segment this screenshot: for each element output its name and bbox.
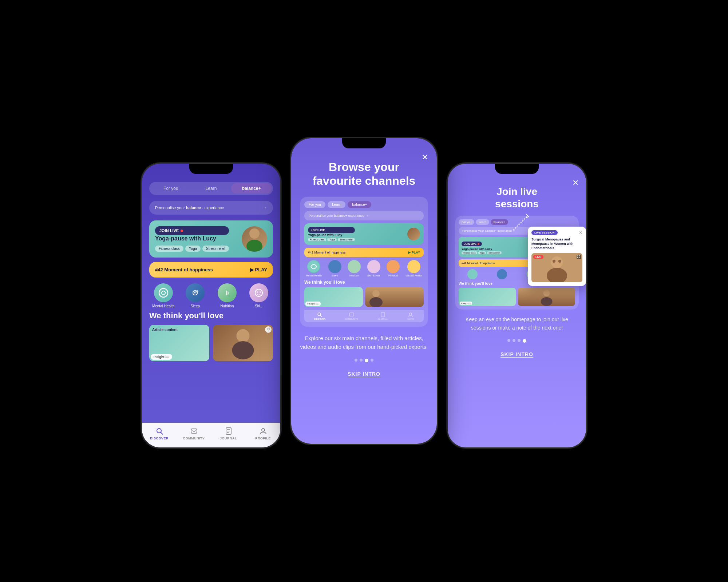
svg-point-26 xyxy=(410,313,412,315)
close-button-center[interactable]: ✕ xyxy=(422,153,428,162)
mini-community-label: COMMUNITY xyxy=(345,318,358,320)
right-content-cards: Insight 📖 xyxy=(459,288,575,306)
close-button-right[interactable]: ✕ xyxy=(572,178,579,188)
phone-right: ✕ Join live sessions For you Learn balan… xyxy=(448,164,586,447)
svg-point-9 xyxy=(237,329,250,342)
svg-point-22 xyxy=(318,313,321,316)
mini-discover-label: DISCOVER xyxy=(314,318,325,320)
nutrition-icon xyxy=(218,283,237,302)
mini-sleep-label: Sleep xyxy=(332,274,338,277)
mental-icon-svg xyxy=(158,287,169,298)
profile-label: PROFILE xyxy=(255,436,271,440)
mini-personalise-bar: Personalise your balance+ experience → xyxy=(304,211,424,220)
discover-label: DISCOVER xyxy=(150,436,169,440)
mini-nutrition-icon xyxy=(348,260,361,273)
content-card-1[interactable]: Article content Insight 📖 xyxy=(149,325,209,361)
svg-point-19 xyxy=(308,261,320,272)
live-dot xyxy=(181,230,183,232)
mini-ch-mental: Mental Health xyxy=(306,260,322,277)
mini-join-btn: JOIN LIVE xyxy=(308,227,355,233)
mini-nav-journal: JOURNAL xyxy=(378,312,388,320)
svg-line-23 xyxy=(320,315,322,317)
svg-point-6 xyxy=(255,289,262,296)
svg-point-4 xyxy=(194,292,195,294)
mini-channels-row: Mental Health Sleep Nutrition Skin & Hai… xyxy=(304,260,424,277)
mini-tag-stress: Stress relief xyxy=(338,238,355,241)
right-phone-mockup: For you Learn balance+ Personalise your … xyxy=(455,216,579,310)
nav-profile[interactable]: PROFILE xyxy=(246,427,280,440)
svg-point-21 xyxy=(369,297,383,307)
svg-point-30 xyxy=(551,256,563,268)
mental-health-label: Mental Health xyxy=(152,304,175,308)
journal-icon xyxy=(224,427,233,435)
phones-container: For you Learn balance+ Personalise your … xyxy=(36,135,692,447)
mini-moment-card: #42 Moment of happiness ▶ PLAY xyxy=(304,248,424,257)
left-tab-bar: For you Learn balance+ xyxy=(149,182,273,195)
we-think-title: We think you'll love xyxy=(149,311,273,320)
content-cards: Article content Insight 📖 ♡ xyxy=(149,325,273,361)
mini-skin-icon xyxy=(367,260,380,273)
nav-community[interactable]: COMMUNITY xyxy=(177,427,211,440)
arrow-icon: → xyxy=(263,205,267,210)
svg-rect-13 xyxy=(191,429,197,433)
channels-row: Mental Health Sleep xyxy=(149,283,273,308)
mini-we-think: We think you'll love xyxy=(304,280,424,285)
skip-intro-right[interactable]: SKIP INTRO xyxy=(455,351,579,357)
svg-point-7 xyxy=(257,291,258,293)
svg-point-11 xyxy=(157,428,161,433)
notch-center xyxy=(342,138,386,148)
yoga-avatar xyxy=(242,226,267,252)
join-live-label: JOIN LIVE xyxy=(159,228,179,233)
live-video-thumbnail: LIVE xyxy=(531,253,582,282)
tab-balance[interactable]: balance+ xyxy=(231,183,272,194)
mini-tab-bar: For you Learn balance+ xyxy=(304,201,424,208)
channel-sleep[interactable]: Sleep xyxy=(181,283,210,308)
browse-title: Browse your favourite channels xyxy=(300,160,428,188)
insight-badge: Insight 📖 xyxy=(151,354,172,360)
channel-mental-health[interactable]: Mental Health xyxy=(149,283,178,308)
channel-skin[interactable]: Ski... xyxy=(245,283,273,308)
community-label: COMMUNITY xyxy=(183,436,205,440)
mini-ch-sleep: Sleep xyxy=(328,260,341,277)
live-session-badge: LIVE SESSION xyxy=(531,230,558,235)
join-live-button[interactable]: JOIN LIVE xyxy=(155,226,229,235)
live-badge: LIVE xyxy=(533,255,543,259)
nav-discover[interactable]: DISCOVER xyxy=(142,427,177,440)
mini-yoga-text: Yoga-pause with Lucy xyxy=(308,233,355,237)
mini-content-cards: Insight 📖 ♡ xyxy=(304,287,424,307)
content-card-2[interactable]: ♡ xyxy=(213,325,273,361)
mini-sexual-icon xyxy=(407,260,420,273)
right-yoga-text: Yoga-pause with Lucy xyxy=(462,247,502,251)
svg-rect-25 xyxy=(381,312,385,317)
journal-label: JOURNAL xyxy=(220,436,237,440)
notch-left xyxy=(189,164,233,174)
skip-intro-center[interactable]: SKIP INTRO xyxy=(300,371,428,377)
mini-journal-label: JOURNAL xyxy=(378,318,388,320)
channel-nutrition[interactable]: Nutrition xyxy=(213,283,241,308)
mini-card-2 xyxy=(365,287,424,307)
popup-close-icon[interactable]: ✕ xyxy=(579,230,582,235)
right-live-dot xyxy=(478,243,479,245)
tab-for-you[interactable]: For you xyxy=(151,183,191,194)
right-dot-2 xyxy=(513,339,515,342)
yoga-card-content: JOIN LIVE Yoga-pause with Lucy Fitness c… xyxy=(155,226,229,252)
skin-label: Ski... xyxy=(255,304,263,308)
community-svg xyxy=(190,427,198,435)
mini-tag-fitness: Fitness class xyxy=(308,238,326,241)
mini-mental-label: Mental Health xyxy=(306,274,322,277)
yoga-card[interactable]: JOIN LIVE Yoga-pause with Lucy Fitness c… xyxy=(149,220,273,258)
moment-label: #42 Moment of happiness xyxy=(155,267,213,272)
play-button[interactable]: ▶ PLAY xyxy=(250,267,267,272)
bottom-nav: DISCOVER COMMUNITY xyxy=(142,423,280,447)
explore-text: Explore our six main channels, filled wi… xyxy=(300,334,428,351)
svg-rect-24 xyxy=(349,313,354,316)
sleep-icon-svg xyxy=(190,288,200,298)
nav-journal[interactable]: JOURNAL xyxy=(211,427,246,440)
moment-card[interactable]: #42 Moment of happiness ▶ PLAY xyxy=(149,262,273,278)
mini-ch-skin: Skin & Hair xyxy=(367,260,380,277)
keep-eye-text: Keep an eye on the homepage to join our … xyxy=(455,315,579,332)
tab-learn[interactable]: Learn xyxy=(191,183,232,194)
phone-left: For you Learn balance+ Personalise your … xyxy=(142,164,280,447)
personalise-button[interactable]: Personalise your balance+ experience → xyxy=(149,201,273,215)
nutrition-label: Nutrition xyxy=(220,304,234,308)
